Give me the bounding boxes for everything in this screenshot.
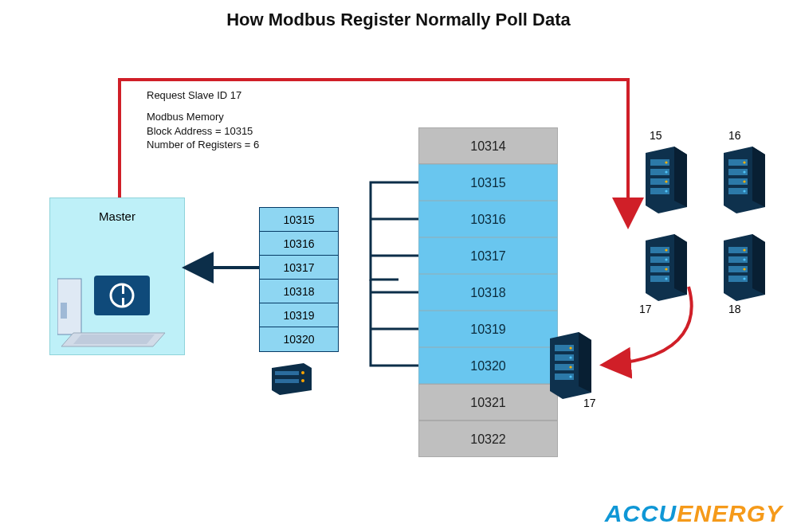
svg-marker-7 bbox=[73, 334, 155, 344]
mem-cell: 10316 bbox=[418, 201, 558, 237]
svg-point-30 bbox=[743, 170, 745, 173]
mem-line2: Block Address = 10315 bbox=[147, 124, 259, 139]
svg-point-20 bbox=[665, 170, 667, 173]
mem-cell: 10319 bbox=[418, 311, 558, 347]
mem-cell: 10317 bbox=[418, 237, 558, 274]
svg-point-12 bbox=[301, 379, 304, 382]
svg-point-29 bbox=[743, 161, 745, 163]
diagram-title: How Modbus Register Normally Poll Data bbox=[0, 10, 797, 30]
slave-17-label: 17 bbox=[639, 303, 652, 315]
brand-logo: ACCUENERGY bbox=[605, 500, 783, 527]
svg-marker-34 bbox=[674, 234, 687, 295]
computer-icon bbox=[57, 271, 177, 350]
mem-cell: 10314 bbox=[418, 127, 558, 164]
svg-rect-4 bbox=[122, 284, 124, 294]
slave-18-label: 18 bbox=[728, 303, 741, 315]
reg-cell: 10318 bbox=[260, 280, 338, 303]
mem-cell: 10322 bbox=[418, 421, 558, 457]
svg-point-59 bbox=[569, 346, 571, 349]
svg-point-11 bbox=[301, 371, 304, 374]
reg-cell: 10317 bbox=[260, 256, 338, 280]
svg-point-42 bbox=[665, 277, 667, 280]
svg-point-49 bbox=[743, 248, 745, 251]
svg-point-21 bbox=[665, 180, 667, 182]
memory-block: 10314 10315 10316 10317 10318 10319 1032… bbox=[418, 127, 558, 457]
svg-point-50 bbox=[743, 258, 745, 260]
mem-cell: 10320 bbox=[418, 347, 558, 384]
small-server-icon bbox=[267, 363, 315, 395]
svg-rect-2 bbox=[94, 276, 150, 315]
svg-point-31 bbox=[743, 180, 745, 182]
svg-rect-1 bbox=[61, 303, 67, 319]
svg-point-60 bbox=[569, 356, 571, 358]
svg-point-40 bbox=[665, 258, 667, 260]
svg-point-52 bbox=[743, 277, 745, 280]
server-rack-icon bbox=[639, 233, 690, 301]
server-rack-icon bbox=[639, 145, 690, 213]
svg-point-32 bbox=[743, 190, 745, 192]
mem-line1: Modbus Memory bbox=[147, 110, 259, 124]
request-slave-label: Request Slave ID 17 bbox=[147, 89, 241, 101]
reg-cell: 10319 bbox=[260, 303, 338, 327]
server-rack-icon bbox=[717, 233, 768, 301]
logo-part1: ACCU bbox=[605, 500, 677, 526]
svg-rect-9 bbox=[275, 371, 299, 375]
master-label: Master bbox=[50, 209, 184, 223]
svg-rect-5 bbox=[122, 298, 124, 307]
svg-point-41 bbox=[665, 268, 667, 270]
logo-part2: ENERGY bbox=[677, 500, 783, 526]
svg-point-62 bbox=[569, 375, 571, 377]
returned-registers: 10315 10316 10317 10318 10319 10320 bbox=[259, 207, 339, 352]
slave-16-label: 16 bbox=[728, 129, 741, 142]
slave-15-label: 15 bbox=[650, 129, 662, 142]
mem-line3: Number of Registers = 6 bbox=[147, 138, 259, 152]
svg-point-39 bbox=[665, 248, 667, 251]
mem-cell: 10318 bbox=[418, 274, 558, 311]
svg-marker-14 bbox=[674, 147, 687, 207]
svg-point-19 bbox=[665, 161, 667, 163]
svg-marker-44 bbox=[752, 234, 765, 295]
server-rack-icon bbox=[544, 331, 595, 399]
svg-rect-10 bbox=[275, 379, 299, 383]
svg-point-61 bbox=[569, 366, 571, 368]
reg-cell: 10316 bbox=[260, 232, 338, 256]
reg-cell: 10315 bbox=[260, 208, 338, 232]
server-rack-icon bbox=[717, 145, 768, 213]
svg-point-22 bbox=[665, 190, 667, 192]
svg-point-51 bbox=[743, 268, 745, 270]
modbus-memory-text: Modbus Memory Block Address = 10315 Numb… bbox=[147, 110, 259, 152]
svg-marker-24 bbox=[752, 147, 765, 207]
mem-cell: 10315 bbox=[418, 164, 558, 201]
mem-cell: 10321 bbox=[418, 384, 558, 421]
svg-marker-54 bbox=[579, 332, 591, 393]
reg-cell: 10320 bbox=[260, 327, 338, 351]
